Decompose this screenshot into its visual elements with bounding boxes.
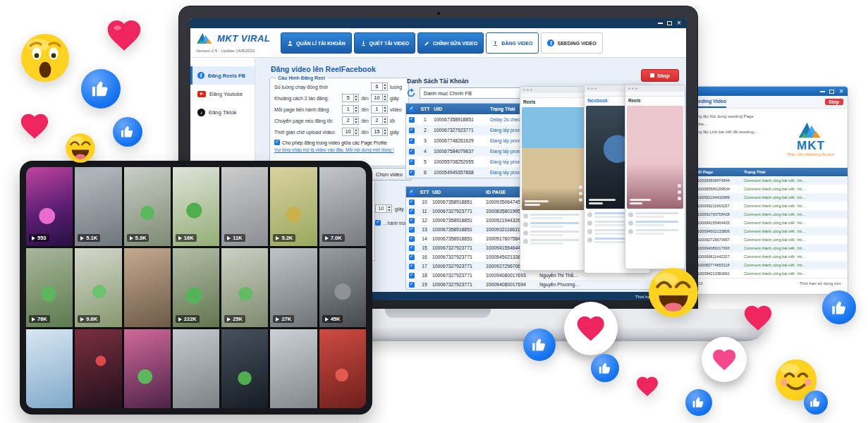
wait-spinner[interactable]: 10 [375,204,392,213]
minimize-icon[interactable] [658,23,663,24]
seeding-window-titlebar [688,87,848,96]
video-thumbnail[interactable] [319,329,366,408]
video-thumbnail[interactable]: 7.0K [319,167,366,246]
row-checkbox[interactable] [409,245,415,251]
video-thumbnail[interactable]: 5.1K [75,167,121,246]
video-thumbnail[interactable] [221,329,268,408]
sidebar-item-dang-tiktok[interactable]: Đăng Tiktok [190,103,255,121]
webcam-dot [437,12,440,15]
play-icon [178,236,182,240]
maximize-icon[interactable] [829,90,834,94]
video-thumbnail[interactable]: 11K [221,167,268,246]
play-icon [227,236,231,240]
tab-chinh-sua-video[interactable]: CHỈNH SỬA VIDEO [417,32,484,54]
row-checkbox[interactable] [409,200,415,205]
video-thumbnail[interactable]: 16K [173,167,219,246]
config-row: Số luồng chạy đồng thời 6 luồng [274,81,404,92]
table-row[interactable]: 100083580199534Comment thành công bài vi… [688,185,848,193]
select-all-checkbox[interactable] [409,106,415,112]
seeding-stop-button[interactable]: Stop [825,99,843,105]
video-thumbnail-grid: 553 5.1K 5.3K 16K 11K 5.2K 7.0K 76K 9.6K… [26,167,366,408]
video-thumbnail[interactable]: 25K [221,248,268,327]
wait-seconds-row: 10 giây [375,204,404,213]
video-thumbnail[interactable]: 45K [319,248,366,327]
row-checkbox[interactable] [409,264,415,269]
table-row[interactable]: 100091760758428Comment thành công bài vi… [688,210,848,219]
row-checkbox[interactable] [409,209,415,214]
row-checkbox[interactable] [409,149,415,154]
mkt-logo-text: MKT [797,140,825,152]
table-row[interactable]: 100093506474544Comment thành công bài vi… [688,176,848,185]
video-thumbnail[interactable]: 553 [26,167,73,246]
maximize-icon[interactable] [667,21,672,25]
row-checkbox[interactable] [409,236,415,242]
table-row[interactable]: 100094155464425Comment thành công bài vi… [688,219,848,227]
select-all-checkbox[interactable] [409,190,415,195]
row-checkbox[interactable] [409,227,415,233]
video-thumbnail[interactable]: 27K [270,248,317,327]
table-row[interactable]: 100092194432689Comment thành công bài vi… [688,193,848,202]
tab-dang-video[interactable]: ĐĂNG VIDEO [486,32,539,54]
header-id-page: ID Page [697,170,744,174]
row-checkbox[interactable] [409,170,415,176]
video-thumbnail[interactable]: 5.3K [124,167,171,246]
video-thumbnail[interactable] [124,329,171,408]
video-thumbnail[interactable]: 5.2K [270,167,317,246]
table-row[interactable]: 100092729670657Comment thành công bài vi… [688,235,848,244]
row-checkbox[interactable] [409,128,415,133]
upload-wait-from-spinner[interactable]: 10 [342,128,359,136]
upload-wait-to-spinner[interactable]: 15 [371,128,388,136]
table-row[interactable]: 19100067327923771100094080017694Nguyễn P… [406,280,680,289]
play-icon [276,236,279,240]
per-page-to-spinner[interactable]: 1 [371,105,388,114]
view-count-badge: 45K [322,315,343,323]
table-row[interactable]: 100093211663157Comment thành công bài vi… [688,202,848,210]
tab-quet-tai-video[interactable]: QUÉT TẢI VIDEO [354,32,415,54]
tab-seeding-video[interactable]: SEEDING VIDEO [541,32,602,54]
row-checkbox[interactable] [409,117,415,123]
table-row[interactable]: 100093611442207Comment thành công bài vi… [688,252,848,261]
video-thumbnail[interactable] [124,248,171,327]
sidebar-item-dang-youtube[interactable]: Đăng Youtube [190,85,255,103]
table-row[interactable]: 100082774655118Comment thành công bài vi… [688,261,848,269]
video-thumbnail[interactable] [173,329,219,408]
play-icon [80,317,84,321]
threads-spinner[interactable]: 6 [371,82,388,91]
row-checkbox[interactable] [409,282,415,288]
close-icon[interactable] [676,20,682,26]
refresh-icon[interactable] [405,88,416,99]
video-thumbnail[interactable] [75,329,121,408]
gap-from-spinner[interactable]: 5 [342,94,359,102]
table-row[interactable]: 100094502133806Comment thành công bài vi… [688,227,848,235]
reel-video-preview[interactable] [627,106,683,209]
reel-video-preview[interactable] [522,107,585,210]
view-count-badge: 27K [273,315,294,323]
sidebar-item-dang-reels-fb[interactable]: Đăng Reels FB [190,66,255,85]
table-row[interactable]: 100094080017693Comment thành công bài vi… [688,244,848,252]
mkt-tagline: Phần mềm Marketing đa kênh [788,152,835,157]
row-checkbox[interactable] [409,218,415,223]
per-page-from-spinner[interactable]: 1 [342,105,359,114]
table-row[interactable]: 100094213350661Comment thành công bài vi… [688,269,848,278]
stop-button[interactable]: Stop [641,69,679,82]
like-thumb-icon [591,354,619,382]
youtube-icon [197,91,206,97]
switch-page-from-spinner[interactable]: 2 [342,116,359,125]
video-thumbnail[interactable]: 222K [173,248,219,327]
close-icon[interactable] [838,89,844,94]
video-thumbnail[interactable] [270,329,317,408]
minimize-icon[interactable] [820,91,825,92]
row-checkbox[interactable] [409,273,415,278]
allow-duplicate-checkbox[interactable]: Cho phép đăng trùng video giữa các Page … [274,140,404,145]
video-thumbnail[interactable] [26,329,73,408]
row-checkbox[interactable] [409,255,415,260]
video-thumbnail[interactable]: 9.6K [75,248,121,327]
row-checkbox[interactable] [409,159,415,165]
description-note-link[interactable]: Vui lòng nhập mô tả video vào đây. Mỗi n… [274,147,404,154]
preview-window-label: Reels [520,98,586,106]
tab-quan-li-tai-khoan[interactable]: QUẢN LÍ TÀI KHOẢN [281,32,352,54]
video-thumbnail[interactable]: 76K [26,248,73,327]
gap-to-spinner[interactable]: 10 [371,94,388,102]
switch-page-to-spinner[interactable]: 2 [371,116,388,125]
row-checkbox[interactable] [409,138,415,144]
